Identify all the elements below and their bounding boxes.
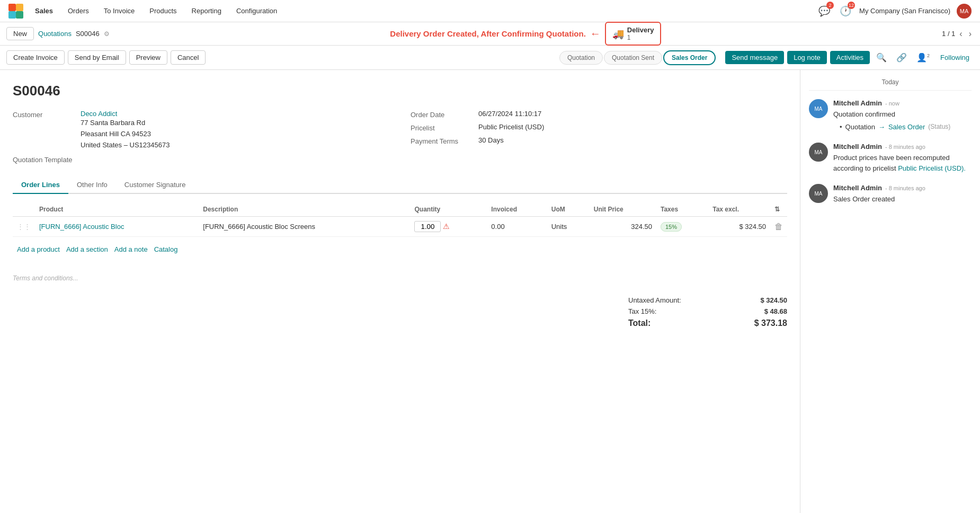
pricelist-value[interactable]: Public Pricelist (USD)	[478, 123, 544, 131]
chatter-header-1: Mitchell Admin - now	[833, 99, 972, 107]
col-description: Description	[199, 202, 410, 217]
chatter-item-1: MA Mitchell Admin - now Quotation confir…	[809, 99, 972, 132]
messages-icon[interactable]: 💬 2	[817, 4, 832, 19]
annotation-text: Delivery Order Created, After Confirming…	[390, 29, 586, 38]
nav-item-configuration[interactable]: Configuration	[233, 7, 280, 15]
new-button[interactable]: New	[6, 27, 34, 40]
row-product[interactable]: [FURN_6666] Acoustic Bloc	[35, 217, 199, 237]
tax-label: Tax 15%:	[628, 307, 656, 315]
customer-row: Customer Deco Addict 77 Santa Barbara Rd…	[13, 110, 389, 151]
status-quotation-sent[interactable]: Quotation Sent	[604, 51, 662, 65]
row-drag-handle[interactable]: ⋮⋮	[13, 217, 35, 237]
user-avatar[interactable]: MA	[957, 4, 972, 19]
chatter-time-1: - now	[885, 100, 899, 107]
untaxed-value: $ 324.50	[760, 296, 787, 304]
truck-icon: 🚚	[612, 28, 624, 40]
preview-button[interactable]: Preview	[129, 50, 167, 65]
payment-terms-value[interactable]: 30 Days	[478, 136, 504, 144]
chatter-item-2: MA Mitchell Admin - 8 minutes ago Produc…	[809, 143, 972, 173]
svg-rect-1	[16, 4, 23, 11]
col-product: Product	[35, 202, 199, 217]
tax-row: Tax 15%: $ 48.68	[628, 306, 787, 317]
bullet-to[interactable]: Sales Order	[888, 122, 925, 132]
right-actions: Send message Log note Activities 🔍 🔗 👤2 …	[725, 50, 974, 65]
customer-value: Deco Addict 77 Santa Barbara Rd Pleasant…	[81, 110, 170, 151]
link-icon[interactable]: 🔗	[893, 50, 910, 65]
payment-terms-label: Payment Terms	[411, 136, 474, 145]
nav-item-reporting[interactable]: Reporting	[189, 7, 225, 15]
nav-item-sales[interactable]: Sales	[32, 7, 56, 15]
tab-other-info[interactable]: Other Info	[68, 176, 116, 194]
user-icon[interactable]: 👤2	[913, 50, 933, 65]
customer-name[interactable]: Deco Addict	[81, 110, 117, 118]
quotation-template-label: Quotation Template	[13, 155, 76, 164]
untaxed-row: Untaxed Amount: $ 324.50	[628, 295, 787, 306]
tab-customer-signature[interactable]: Customer Signature	[116, 176, 194, 194]
total-value: $ 373.18	[754, 319, 787, 328]
activity-icon[interactable]: 🕐 12	[838, 4, 853, 19]
row-description[interactable]: [FURN_6666] Acoustic Bloc Screens	[199, 217, 410, 237]
log-note-button[interactable]: Log note	[787, 51, 827, 64]
chatter-text-3: Sales Order created	[833, 194, 972, 205]
add-links-row: Add a product Add a section Add a note C…	[13, 241, 787, 258]
send-by-email-button[interactable]: Send by Email	[68, 50, 126, 65]
pricelist-label: Pricelist	[411, 123, 474, 132]
nav-item-to-invoice[interactable]: To Invoice	[101, 7, 138, 15]
order-date-value[interactable]: 06/27/2024 11:10:17	[478, 110, 541, 118]
col-invoiced: Invoiced	[487, 202, 547, 217]
col-uom: UoM	[547, 202, 590, 217]
untaxed-label: Untaxed Amount:	[628, 296, 681, 304]
row-delete[interactable]: 🗑	[770, 217, 787, 237]
add-product-link[interactable]: Add a product	[17, 245, 60, 253]
row-unit-price[interactable]: 324.50	[590, 217, 656, 237]
next-page-button[interactable]: ›	[967, 28, 974, 40]
pricelist-row: Pricelist Public Pricelist (USD)	[411, 123, 787, 132]
search-button[interactable]: 🔍	[873, 50, 890, 65]
delivery-button[interactable]: 🚚 Delivery 1	[605, 22, 662, 46]
nav-item-products[interactable]: Products	[146, 7, 180, 15]
app-logo[interactable]	[8, 4, 23, 19]
add-section-link[interactable]: Add a section	[66, 245, 108, 253]
chatter-name-1: Mitchell Admin	[833, 99, 882, 107]
order-date-row: Order Date 06/27/2024 11:10:17	[411, 110, 787, 119]
following-button[interactable]: Following	[936, 51, 974, 64]
status-label: (Status)	[928, 122, 950, 131]
row-quantity[interactable]: ⚠	[410, 217, 487, 237]
warning-icon: ⚠	[443, 222, 450, 231]
form-area: S00046 Customer Deco Addict 77 Santa Bar…	[0, 70, 800, 513]
col-actions: ⇅	[770, 202, 787, 217]
pricelist-link[interactable]: Public Pricelist (USD).	[898, 164, 966, 172]
activities-button[interactable]: Activities	[830, 51, 870, 64]
cancel-button[interactable]: Cancel	[171, 50, 206, 65]
chatter-avatar-2: MA	[809, 143, 828, 162]
status-sales-order[interactable]: Sales Order	[663, 50, 716, 65]
prev-page-button[interactable]: ‹	[957, 28, 964, 40]
create-invoice-button[interactable]: Create Invoice	[6, 50, 65, 65]
add-note-link[interactable]: Add a note	[114, 245, 148, 253]
table-row: ⋮⋮ [FURN_6666] Acoustic Bloc [FURN_6666]…	[13, 217, 787, 237]
chatter-item-3: MA Mitchell Admin - 8 minutes ago Sales …	[809, 184, 972, 205]
send-message-button[interactable]: Send message	[725, 51, 784, 64]
tax-badge: 15%	[661, 222, 682, 232]
order-number-title: S00046	[13, 83, 787, 99]
delete-row-button[interactable]: 🗑	[774, 222, 783, 232]
row-tax[interactable]: 15%	[656, 217, 708, 237]
status-quotation[interactable]: Quotation	[559, 51, 603, 65]
nav-item-orders[interactable]: Orders	[65, 7, 92, 15]
chatter-header-2: Mitchell Admin - 8 minutes ago	[833, 143, 972, 151]
col-taxes: Taxes	[656, 202, 708, 217]
chatter-sidebar: Today MA Mitchell Admin - now Quotation …	[800, 70, 980, 513]
order-lines-table: Product Description Quantity Invoiced Uo…	[13, 202, 787, 237]
settings-icon[interactable]: ⚙	[104, 30, 110, 38]
chatter-date: Today	[809, 78, 972, 91]
tab-order-lines[interactable]: Order Lines	[13, 176, 68, 194]
breadcrumb-quotations[interactable]: Quotations	[38, 30, 72, 38]
row-uom[interactable]: Units	[547, 217, 590, 237]
catalog-link[interactable]: Catalog	[154, 245, 178, 253]
chatter-name-3: Mitchell Admin	[833, 184, 882, 192]
total-label: Total:	[628, 319, 651, 328]
delivery-count: 1	[627, 34, 654, 41]
terms-area[interactable]: Terms and conditions...	[13, 270, 787, 286]
quantity-input[interactable]	[414, 221, 441, 232]
col-drag	[13, 202, 35, 217]
